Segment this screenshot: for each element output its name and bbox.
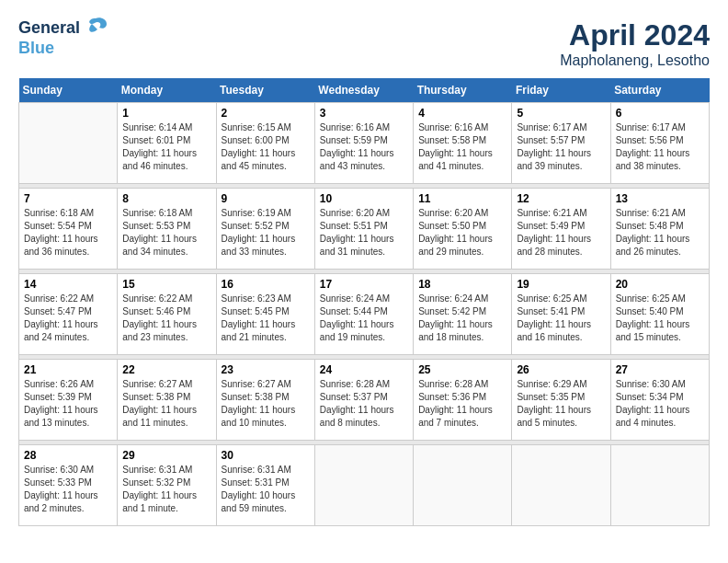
day-number: 10	[320, 192, 408, 205]
day-number: 13	[616, 192, 704, 205]
day-info: Sunrise: 6:25 AM Sunset: 5:41 PM Dayligh…	[517, 293, 605, 344]
calendar-cell: 11Sunrise: 6:20 AM Sunset: 5:50 PM Dayli…	[414, 189, 512, 270]
day-header-sunday: Sunday	[19, 78, 118, 103]
day-header-tuesday: Tuesday	[216, 78, 314, 103]
day-number: 14	[24, 278, 112, 291]
day-info: Sunrise: 6:20 AM Sunset: 5:51 PM Dayligh…	[320, 207, 408, 259]
day-header-thursday: Thursday	[414, 78, 512, 103]
calendar-cell: 17Sunrise: 6:24 AM Sunset: 5:44 PM Dayli…	[314, 274, 413, 355]
day-number: 7	[24, 192, 112, 205]
day-number: 24	[320, 363, 408, 376]
day-number: 22	[122, 363, 210, 376]
calendar-cell: 8Sunrise: 6:18 AM Sunset: 5:53 PM Daylig…	[118, 189, 216, 270]
page-header: General Blue April 2024 Mapholaneng, Les…	[18, 18, 710, 69]
day-info: Sunrise: 6:26 AM Sunset: 5:39 PM Dayligh…	[24, 378, 112, 430]
day-info: Sunrise: 6:16 AM Sunset: 5:58 PM Dayligh…	[418, 121, 506, 173]
calendar-cell	[610, 445, 709, 526]
day-info: Sunrise: 6:19 AM Sunset: 5:52 PM Dayligh…	[222, 207, 310, 259]
calendar-cell	[512, 445, 610, 526]
calendar-cell: 28Sunrise: 6:30 AM Sunset: 5:33 PM Dayli…	[19, 445, 118, 526]
day-number: 30	[222, 449, 310, 462]
logo: General Blue	[18, 18, 108, 58]
day-info: Sunrise: 6:31 AM Sunset: 5:32 PM Dayligh…	[122, 464, 210, 515]
day-number: 16	[222, 278, 310, 291]
day-number: 2	[222, 107, 310, 120]
day-info: Sunrise: 6:29 AM Sunset: 5:35 PM Dayligh…	[517, 378, 605, 430]
day-info: Sunrise: 6:27 AM Sunset: 5:38 PM Dayligh…	[122, 378, 210, 430]
day-number: 9	[222, 192, 310, 205]
month-year-title: April 2024	[560, 18, 710, 52]
day-number: 8	[122, 192, 210, 205]
calendar-cell: 14Sunrise: 6:22 AM Sunset: 5:47 PM Dayli…	[19, 274, 118, 355]
day-info: Sunrise: 6:21 AM Sunset: 5:49 PM Dayligh…	[517, 207, 605, 259]
day-info: Sunrise: 6:16 AM Sunset: 5:59 PM Dayligh…	[320, 121, 408, 173]
day-info: Sunrise: 6:28 AM Sunset: 5:37 PM Dayligh…	[320, 378, 408, 430]
calendar-week-row: 1Sunrise: 6:14 AM Sunset: 6:01 PM Daylig…	[19, 103, 710, 184]
day-info: Sunrise: 6:30 AM Sunset: 5:34 PM Dayligh…	[616, 378, 704, 430]
day-info: Sunrise: 6:25 AM Sunset: 5:40 PM Dayligh…	[616, 293, 704, 344]
day-info: Sunrise: 6:18 AM Sunset: 5:53 PM Dayligh…	[122, 207, 210, 259]
day-info: Sunrise: 6:18 AM Sunset: 5:54 PM Dayligh…	[24, 207, 112, 259]
calendar-week-row: 7Sunrise: 6:18 AM Sunset: 5:54 PM Daylig…	[19, 189, 710, 270]
calendar-cell: 5Sunrise: 6:17 AM Sunset: 5:57 PM Daylig…	[512, 103, 610, 184]
calendar-cell: 1Sunrise: 6:14 AM Sunset: 6:01 PM Daylig…	[118, 103, 216, 184]
day-info: Sunrise: 6:15 AM Sunset: 6:00 PM Dayligh…	[222, 121, 310, 173]
calendar-cell: 18Sunrise: 6:24 AM Sunset: 5:42 PM Dayli…	[414, 274, 512, 355]
day-number: 26	[517, 363, 605, 376]
calendar-cell: 23Sunrise: 6:27 AM Sunset: 5:38 PM Dayli…	[216, 360, 314, 441]
calendar-cell: 16Sunrise: 6:23 AM Sunset: 5:45 PM Dayli…	[216, 274, 314, 355]
day-info: Sunrise: 6:28 AM Sunset: 5:36 PM Dayligh…	[418, 378, 506, 430]
day-info: Sunrise: 6:17 AM Sunset: 5:56 PM Dayligh…	[616, 121, 704, 173]
day-header-saturday: Saturday	[610, 78, 709, 103]
day-number: 20	[616, 278, 704, 291]
logo-bird-icon	[83, 17, 108, 37]
day-number: 21	[24, 363, 112, 376]
calendar-cell: 19Sunrise: 6:25 AM Sunset: 5:41 PM Dayli…	[512, 274, 610, 355]
day-info: Sunrise: 6:30 AM Sunset: 5:33 PM Dayligh…	[24, 464, 112, 515]
day-number: 19	[517, 278, 605, 291]
day-header-wednesday: Wednesday	[314, 78, 413, 103]
calendar-cell: 13Sunrise: 6:21 AM Sunset: 5:48 PM Dayli…	[610, 189, 709, 270]
calendar-cell: 4Sunrise: 6:16 AM Sunset: 5:58 PM Daylig…	[414, 103, 512, 184]
calendar-week-row: 21Sunrise: 6:26 AM Sunset: 5:39 PM Dayli…	[19, 360, 710, 441]
calendar-week-row: 28Sunrise: 6:30 AM Sunset: 5:33 PM Dayli…	[19, 445, 710, 526]
calendar-cell: 29Sunrise: 6:31 AM Sunset: 5:32 PM Dayli…	[118, 445, 216, 526]
calendar-cell: 20Sunrise: 6:25 AM Sunset: 5:40 PM Dayli…	[610, 274, 709, 355]
day-info: Sunrise: 6:17 AM Sunset: 5:57 PM Dayligh…	[517, 121, 605, 173]
calendar-cell: 22Sunrise: 6:27 AM Sunset: 5:38 PM Dayli…	[118, 360, 216, 441]
calendar-cell: 21Sunrise: 6:26 AM Sunset: 5:39 PM Dayli…	[19, 360, 118, 441]
title-block: April 2024 Mapholaneng, Lesotho	[560, 18, 710, 69]
calendar-cell: 3Sunrise: 6:16 AM Sunset: 5:59 PM Daylig…	[314, 103, 413, 184]
calendar-cell: 7Sunrise: 6:18 AM Sunset: 5:54 PM Daylig…	[19, 189, 118, 270]
calendar-cell: 26Sunrise: 6:29 AM Sunset: 5:35 PM Dayli…	[512, 360, 610, 441]
day-info: Sunrise: 6:27 AM Sunset: 5:38 PM Dayligh…	[222, 378, 310, 430]
day-number: 29	[122, 449, 210, 462]
day-number: 18	[418, 278, 506, 291]
calendar-cell: 24Sunrise: 6:28 AM Sunset: 5:37 PM Dayli…	[314, 360, 413, 441]
calendar-cell	[19, 103, 118, 184]
calendar-cell	[314, 445, 413, 526]
calendar-cell: 9Sunrise: 6:19 AM Sunset: 5:52 PM Daylig…	[216, 189, 314, 270]
logo-text: General Blue	[18, 18, 108, 58]
calendar-header-row: SundayMondayTuesdayWednesdayThursdayFrid…	[19, 78, 710, 103]
day-number: 12	[517, 192, 605, 205]
calendar-week-row: 14Sunrise: 6:22 AM Sunset: 5:47 PM Dayli…	[19, 274, 710, 355]
day-number: 27	[616, 363, 704, 376]
day-header-friday: Friday	[512, 78, 610, 103]
calendar-cell: 25Sunrise: 6:28 AM Sunset: 5:36 PM Dayli…	[414, 360, 512, 441]
day-number: 15	[122, 278, 210, 291]
day-header-monday: Monday	[118, 78, 216, 103]
day-number: 1	[122, 107, 210, 120]
calendar-cell: 6Sunrise: 6:17 AM Sunset: 5:56 PM Daylig…	[610, 103, 709, 184]
day-number: 4	[418, 107, 506, 120]
day-info: Sunrise: 6:14 AM Sunset: 6:01 PM Dayligh…	[122, 121, 210, 173]
day-info: Sunrise: 6:24 AM Sunset: 5:44 PM Dayligh…	[320, 293, 408, 344]
day-number: 5	[517, 107, 605, 120]
calendar-cell: 10Sunrise: 6:20 AM Sunset: 5:51 PM Dayli…	[314, 189, 413, 270]
day-info: Sunrise: 6:31 AM Sunset: 5:31 PM Dayligh…	[222, 464, 310, 515]
day-info: Sunrise: 6:21 AM Sunset: 5:48 PM Dayligh…	[616, 207, 704, 259]
day-number: 28	[24, 449, 112, 462]
calendar-cell	[414, 445, 512, 526]
day-info: Sunrise: 6:22 AM Sunset: 5:47 PM Dayligh…	[24, 293, 112, 344]
day-number: 3	[320, 107, 408, 120]
